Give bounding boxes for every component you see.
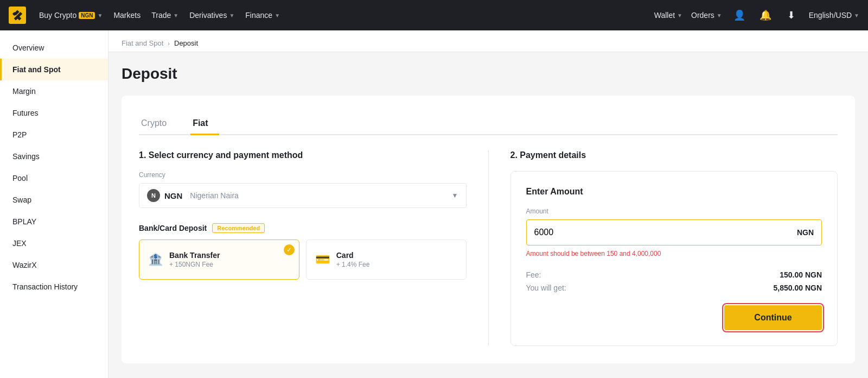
chevron-down-icon: ▼ — [452, 192, 458, 199]
breadcrumb-separator: › — [168, 40, 170, 47]
breadcrumb-parent[interactable]: Fiat and Spot — [122, 39, 163, 47]
bank-transfer-name: Bank Transfer — [169, 251, 220, 260]
deposit-card: Crypto Fiat 1. Select currency and payme… — [122, 96, 855, 363]
bank-icon: 🏦 — [148, 253, 163, 267]
sidebar-item-p2p[interactable]: P2P — [0, 124, 108, 146]
logo[interactable] — [9, 7, 26, 24]
col-right: 2. Payment details Enter Amount Amount N… — [510, 150, 838, 346]
continue-button[interactable]: Continue — [724, 305, 822, 330]
fee-value: 150.00 NGN — [780, 270, 822, 279]
finance-arrow-icon: ▼ — [275, 12, 280, 18]
topnav: Buy Crypto NGN ▼ Markets Trade ▼ Derivat… — [0, 0, 868, 30]
deposit-area: Deposit Crypto Fiat 1. Select currency a… — [108, 52, 868, 378]
sidebar-item-swap[interactable]: Swap — [0, 189, 108, 211]
amount-hint: Amount should be between 150 and 4,000,0… — [526, 250, 822, 257]
nav-links: Buy Crypto NGN ▼ Markets Trade ▼ Derivat… — [39, 11, 641, 20]
sidebar-item-overview[interactable]: Overview — [0, 37, 108, 59]
sidebar-item-pool[interactable]: Pool — [0, 167, 108, 189]
payment-methods: 🏦 Bank Transfer + 150NGN Fee ✓ 💳 — [139, 240, 467, 280]
sidebar-item-fiat-and-spot[interactable]: Fiat and Spot — [0, 59, 108, 80]
currency-select[interactable]: N NGN Nigerian Naira ▼ — [139, 183, 467, 208]
section1-title: 1. Select currency and payment method — [139, 150, 467, 160]
nav-markets[interactable]: Markets — [113, 11, 141, 20]
column-separator — [488, 150, 489, 346]
get-value: 5,850.00 NGN — [774, 284, 822, 292]
derivatives-arrow-icon: ▼ — [229, 12, 234, 18]
nav-wallet[interactable]: Wallet ▼ — [654, 11, 682, 20]
profile-icon[interactable]: 👤 — [731, 7, 748, 24]
currency-left: N NGN Nigerian Naira — [147, 189, 239, 202]
bank-card-label: Bank/Card Deposit Recommended — [139, 223, 467, 233]
get-row: You will get: 5,850.00 NGN — [526, 284, 822, 292]
card-icon: 💳 — [315, 253, 330, 267]
sidebar-item-jex[interactable]: JEX — [0, 232, 108, 254]
card-info: Card + 1.4% Fee — [336, 251, 370, 268]
card-name: Card — [336, 251, 370, 260]
nav-right: Wallet ▼ Orders ▼ 👤 🔔 ⬇ English/USD ▼ — [654, 7, 859, 24]
recommended-badge: Recommended — [212, 223, 265, 233]
currency-label: Currency — [139, 171, 467, 179]
nav-orders[interactable]: Orders ▼ — [691, 11, 722, 20]
sidebar-item-savings[interactable]: Savings — [0, 146, 108, 167]
notification-icon[interactable]: 🔔 — [757, 7, 774, 24]
payment-method-card[interactable]: 💳 Card + 1.4% Fee — [306, 240, 467, 280]
tab-crypto[interactable]: Crypto — [139, 113, 177, 135]
page-title: Deposit — [122, 65, 855, 83]
nav-finance[interactable]: Finance ▼ — [245, 11, 280, 20]
sidebar-item-wazirx[interactable]: WazirX — [0, 254, 108, 276]
wallet-arrow-icon: ▼ — [677, 12, 682, 18]
sidebar-item-transaction-history[interactable]: Transaction History — [0, 276, 108, 298]
nav-buy-crypto[interactable]: Buy Crypto NGN ▼ — [39, 11, 103, 20]
sidebar: Overview Fiat and Spot Margin Futures P2… — [0, 30, 108, 378]
sidebar-item-futures[interactable]: Futures — [0, 102, 108, 124]
two-col-layout: 1. Select currency and payment method Cu… — [139, 150, 838, 346]
sidebar-item-bplay[interactable]: BPLAY — [0, 211, 108, 232]
payment-method-bank-transfer[interactable]: 🏦 Bank Transfer + 150NGN Fee ✓ — [139, 240, 299, 280]
get-label: You will get: — [526, 284, 566, 292]
nav-trade[interactable]: Trade ▼ — [151, 11, 178, 20]
page-layout: Overview Fiat and Spot Margin Futures P2… — [0, 30, 868, 378]
breadcrumb: Fiat and Spot › Deposit — [108, 30, 868, 52]
amount-input[interactable] — [534, 228, 797, 237]
sidebar-item-margin[interactable]: Margin — [0, 80, 108, 102]
nav-language[interactable]: English/USD ▼ — [809, 11, 859, 20]
nav-derivatives[interactable]: Derivatives ▼ — [189, 11, 234, 20]
breadcrumb-current: Deposit — [174, 39, 198, 47]
enter-amount-title: Enter Amount — [526, 187, 822, 197]
fee-label: Fee: — [526, 270, 541, 279]
bank-transfer-fee: + 150NGN Fee — [169, 261, 220, 268]
card-fee: + 1.4% Fee — [336, 261, 370, 268]
tabs: Crypto Fiat — [139, 113, 838, 135]
tab-fiat[interactable]: Fiat — [190, 113, 219, 135]
currency-code: NGN — [164, 191, 182, 200]
orders-arrow-icon: ▼ — [717, 12, 722, 18]
amount-input-wrap: NGN — [526, 219, 822, 245]
lang-arrow-icon: ▼ — [854, 12, 859, 18]
currency-name: Nigerian Naira — [190, 191, 238, 200]
download-icon[interactable]: ⬇ — [783, 7, 800, 24]
amount-currency: NGN — [797, 228, 814, 237]
main-content: Fiat and Spot › Deposit Deposit Crypto F… — [108, 30, 868, 378]
buy-crypto-arrow-icon: ▼ — [97, 12, 103, 18]
selected-checkmark-icon: ✓ — [284, 244, 295, 255]
col-left: 1. Select currency and payment method Cu… — [139, 150, 467, 346]
continue-btn-wrap: Continue — [526, 305, 822, 330]
section2-title: 2. Payment details — [510, 150, 838, 160]
trade-arrow-icon: ▼ — [173, 12, 178, 18]
currency-icon: N — [147, 189, 160, 202]
bank-transfer-info: Bank Transfer + 150NGN Fee — [169, 251, 220, 268]
fee-row: Fee: 150.00 NGN — [526, 270, 822, 279]
payment-details-box: Enter Amount Amount NGN Amount should be… — [510, 171, 838, 346]
amount-label: Amount — [526, 207, 822, 215]
